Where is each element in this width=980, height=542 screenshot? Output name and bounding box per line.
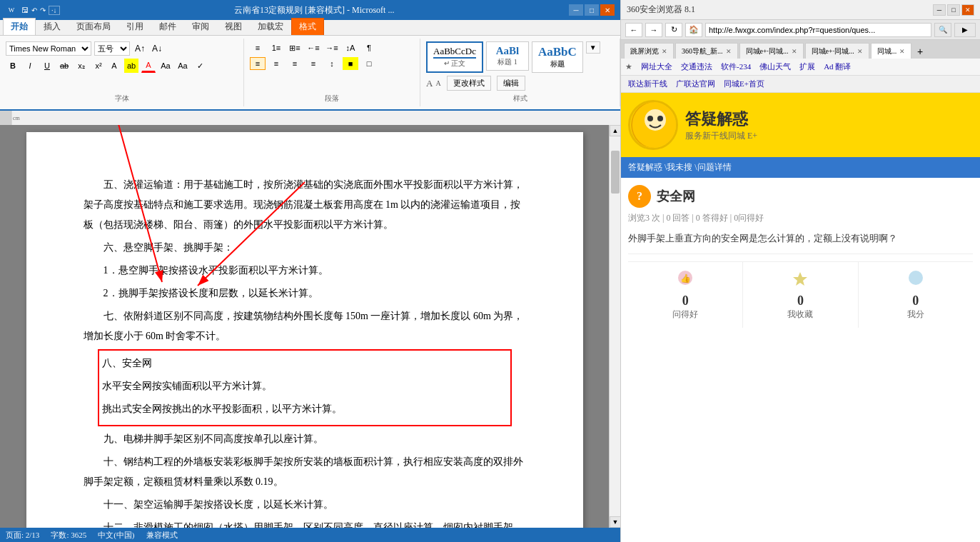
align-center-button[interactable]: ≡ xyxy=(268,57,284,70)
bold-button[interactable]: B xyxy=(6,59,20,73)
font-grow-button[interactable]: A↑ xyxy=(133,41,147,56)
subscript-button[interactable]: x₂ xyxy=(74,59,89,73)
superscript-button[interactable]: x² xyxy=(91,59,106,73)
italic-button[interactable]: I xyxy=(23,59,37,73)
style-heading1[interactable]: AaBl 标题 1 xyxy=(486,41,529,71)
sec-bookmark-1[interactable]: 广联达官网 xyxy=(673,77,718,91)
sec-bookmark-2[interactable]: 同城E+首页 xyxy=(721,77,767,91)
title-bar: W 🖫 ↶ ↷ ·↓ 云南省13定额规则 [兼容模式] - Microsoft … xyxy=(0,0,620,20)
home-button[interactable]: 🏠 xyxy=(685,23,702,37)
tab-close-3[interactable]: ✕ xyxy=(857,48,863,55)
tab-home[interactable]: 开始 xyxy=(3,18,36,35)
multilevel-list-button[interactable]: ⊞≡ xyxy=(287,41,303,54)
collect-count: 0 xyxy=(746,293,854,308)
collect-button[interactable]: 0 我收藏 xyxy=(743,262,858,328)
strikethrough-button[interactable]: ab xyxy=(57,59,71,73)
browser-close[interactable]: ✕ xyxy=(961,4,974,16)
scroll-thumb[interactable] xyxy=(611,151,620,194)
font-shrink-button[interactable]: A↓ xyxy=(150,41,164,56)
share-count: 0 xyxy=(862,293,970,308)
bookmark-0[interactable]: 网址大全 xyxy=(638,60,675,74)
line-spacing-button[interactable]: ↕ xyxy=(324,57,340,70)
font-color-button[interactable]: A xyxy=(141,59,156,73)
browser-tab-3[interactable]: 同城e+·同城... ✕ xyxy=(805,43,869,59)
numbered-list-button[interactable]: 1≡ xyxy=(268,41,284,54)
browser-maximize[interactable]: □ xyxy=(947,4,960,16)
browser-title-controls[interactable]: ─ □ ✕ xyxy=(933,4,974,16)
scroll-down-button[interactable]: ▼ xyxy=(610,516,620,528)
sort-button[interactable]: ↕A xyxy=(343,41,358,54)
align-left-button[interactable]: ≡ xyxy=(250,57,266,70)
font-size-select[interactable]: 五号 xyxy=(94,41,130,56)
like-button[interactable]: 👍 0 问得好 xyxy=(628,262,743,328)
share-svg-icon xyxy=(905,269,926,291)
browser-tab-1[interactable]: 360导航_新... ✕ xyxy=(675,43,738,59)
browser-minimize[interactable]: ─ xyxy=(933,4,946,16)
underline-button[interactable]: U xyxy=(40,59,54,73)
sec-bookmark-0[interactable]: 联达新干线 xyxy=(625,77,670,91)
browser-tab-0[interactable]: 跳屏浏览 ✕ xyxy=(624,43,674,59)
border-button[interactable]: □ xyxy=(361,57,377,70)
minimize-button[interactable]: ─ xyxy=(569,4,583,16)
tab-close-4[interactable]: ✕ xyxy=(899,48,905,55)
svg-text:👍: 👍 xyxy=(680,273,691,283)
indent-decrease-button[interactable]: ←≡ xyxy=(305,41,321,54)
scroll-up-button[interactable]: ▲ xyxy=(610,125,620,136)
v-scrollbar[interactable]: ▲ ▼ xyxy=(609,125,620,528)
search-button[interactable]: 🔍 xyxy=(934,23,951,37)
mascot xyxy=(628,100,678,150)
clear-format-button[interactable]: ✓ xyxy=(193,59,207,73)
title-controls[interactable]: ─ □ ✕ xyxy=(569,4,615,16)
change-case-button[interactable]: Aa xyxy=(176,59,190,73)
tab-view[interactable]: 视图 xyxy=(217,18,250,35)
qa-question-text: 外脚手架上垂直方向的安全网是怎么计算的，定额上没有说明啊？ xyxy=(628,230,973,254)
browser-content[interactable]: 答疑解惑 服务新干线同城 E+ 答疑解惑 \我未搜 \问题详情 ? 安全网 浏览… xyxy=(621,93,980,542)
tab-mail[interactable]: 邮件 xyxy=(151,18,184,35)
justify-button[interactable]: ≡ xyxy=(305,57,321,70)
tab-insert[interactable]: 插入 xyxy=(36,18,69,35)
share-label: 我分 xyxy=(907,309,924,319)
bookmark-5[interactable]: Ad 翻译 xyxy=(821,60,854,74)
forward-button[interactable]: → xyxy=(645,23,662,37)
tab-addins[interactable]: 加载宏 xyxy=(250,18,291,35)
bookmark-3[interactable]: 佛山天气 xyxy=(757,60,794,74)
para-group-content: ≡ 1≡ ⊞≡ ←≡ →≡ ↕A ¶ ≡ ≡ ≡ ≡ ↕ ■ xyxy=(250,41,414,71)
new-tab-button[interactable]: + xyxy=(913,44,927,59)
font-name-select[interactable]: Times New Roman xyxy=(6,41,91,56)
style-zhengwen[interactable]: AaBbCcDc ↵ 正文 xyxy=(426,41,483,73)
editing-button[interactable]: 编辑 xyxy=(497,76,525,91)
char-spacing-button[interactable]: Aa xyxy=(158,59,173,73)
url-bar[interactable] xyxy=(705,23,931,37)
browser-tab-4[interactable]: 同城... ✕ xyxy=(871,43,912,59)
go-button[interactable]: ▶ xyxy=(954,23,976,37)
tab-close-0[interactable]: ✕ xyxy=(662,48,667,55)
tab-ref[interactable]: 引用 xyxy=(118,18,151,35)
tab-close-2[interactable]: ✕ xyxy=(792,48,797,55)
tab-close-1[interactable]: ✕ xyxy=(726,48,732,55)
ruler-svg: cm xyxy=(11,111,620,125)
font-row-1: Times New Roman 五号 A↑ A↓ xyxy=(6,41,164,56)
back-button[interactable]: ← xyxy=(625,23,642,37)
maximize-button[interactable]: □ xyxy=(585,4,599,16)
bookmark-2[interactable]: 软件-234 xyxy=(718,60,754,74)
align-right-button[interactable]: ≡ xyxy=(287,57,303,70)
show-marks-button[interactable]: ¶ xyxy=(361,41,377,54)
tab-layout[interactable]: 页面布局 xyxy=(69,18,118,35)
shading-button[interactable]: ■ xyxy=(343,57,358,70)
refresh-button[interactable]: ↻ xyxy=(665,23,682,37)
indent-increase-button[interactable]: →≡ xyxy=(324,41,340,54)
text-effect-button[interactable]: A xyxy=(107,59,121,73)
tab-format[interactable]: 格式 xyxy=(291,18,324,35)
change-styles-button[interactable]: 更改样式 xyxy=(447,76,491,91)
text-highlight-button[interactable]: ab xyxy=(124,59,138,73)
share-button[interactable]: 0 我分 xyxy=(859,262,973,328)
doc-main[interactable]: 五、浇灌运输道：用于基础施工时，按所浇灌基础的实浇底面外围水平投影面积以平方米计… xyxy=(0,125,609,528)
bullet-list-button[interactable]: ≡ xyxy=(250,41,266,54)
more-styles-button[interactable]: ▼ xyxy=(586,41,600,54)
tab-review[interactable]: 审阅 xyxy=(184,18,217,35)
style-heading[interactable]: AaBbC 标题 xyxy=(532,41,583,73)
bookmark-4[interactable]: 扩展 xyxy=(797,60,818,74)
bookmark-1[interactable]: 交通违法 xyxy=(678,60,715,74)
browser-tab-2[interactable]: 同城e+·同城... ✕ xyxy=(739,43,804,59)
close-button[interactable]: ✕ xyxy=(600,4,615,16)
